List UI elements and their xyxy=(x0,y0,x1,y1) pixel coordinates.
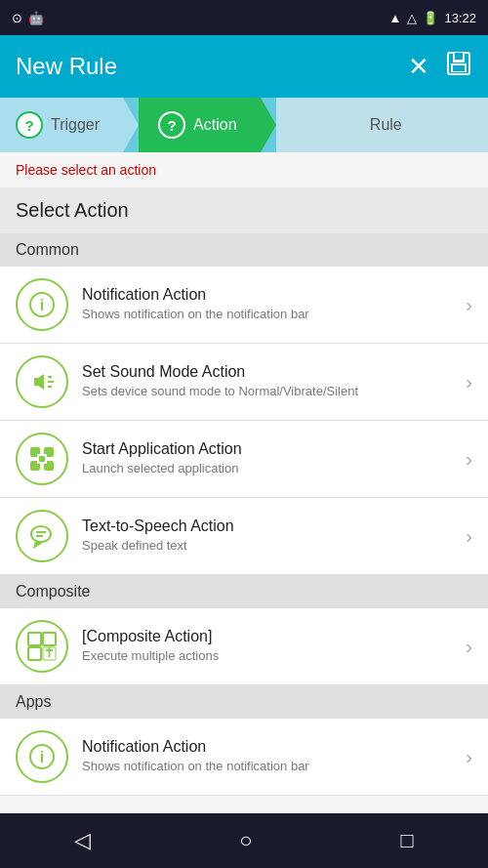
svg-rect-17 xyxy=(39,456,45,462)
tab-action[interactable]: ? Action xyxy=(139,98,260,152)
svg-marker-8 xyxy=(34,374,44,390)
apps-notification-icon: i xyxy=(16,730,68,783)
recents-button[interactable]: □ xyxy=(401,828,414,853)
composite-action-icon xyxy=(16,620,68,673)
wifi-icon: ▲ xyxy=(389,11,402,25)
list-item[interactable]: Text-to-Speech Action Speak defined text… xyxy=(0,498,488,575)
svg-rect-4 xyxy=(453,65,465,71)
list-item[interactable]: i Notification Action Shows notification… xyxy=(0,719,488,796)
section-header-apps: Apps xyxy=(0,685,488,719)
step-tabs: ? Trigger ? Action Rule xyxy=(0,98,488,152)
svg-rect-22 xyxy=(28,633,41,645)
list-item[interactable]: i Notification Action Shows notification… xyxy=(0,267,488,344)
error-message: Please select an action xyxy=(0,152,488,187)
tab-rule[interactable]: Rule xyxy=(276,98,488,152)
tab-trigger[interactable]: ? Trigger xyxy=(0,98,123,152)
content-area: Please select an action Select Action Co… xyxy=(0,152,488,813)
section-header-composite: Composite xyxy=(0,575,488,608)
list-item[interactable]: Start Application Action Launch selected… xyxy=(0,421,488,498)
section-common: Common i Notification Action Shows notif… xyxy=(0,233,488,575)
svg-rect-24 xyxy=(28,647,41,660)
app-title: New Rule xyxy=(16,53,117,80)
select-action-title: Select Action xyxy=(0,187,488,233)
svg-point-18 xyxy=(31,526,51,542)
chevron-right-icon: › xyxy=(466,746,472,768)
list-item[interactable]: [Composite Action] Execute multiple acti… xyxy=(0,608,488,685)
sound-mode-icon xyxy=(16,355,68,408)
chevron-right-icon: › xyxy=(466,294,472,316)
chevron-right-icon: › xyxy=(466,371,472,393)
time: 13:22 xyxy=(444,11,476,25)
chevron-right-icon: › xyxy=(466,525,472,548)
signal-icon: △ xyxy=(407,11,417,25)
bottom-nav: ◁ ○ □ xyxy=(0,813,488,868)
chevron-right-icon: › xyxy=(466,636,472,658)
svg-rect-23 xyxy=(43,633,56,645)
section-composite: Composite [Composite Action] Execute mul… xyxy=(0,575,488,685)
save-button[interactable] xyxy=(445,50,472,84)
svg-text:i: i xyxy=(40,749,44,765)
home-button[interactable]: ○ xyxy=(239,828,252,853)
svg-rect-3 xyxy=(455,53,463,60)
svg-text:i: i xyxy=(40,297,44,313)
clock-icon: ⊙ xyxy=(12,11,22,25)
battery-icon: 🔋 xyxy=(423,11,438,25)
list-item[interactable]: Set Sound Mode Action Sets device sound … xyxy=(0,344,488,421)
chevron-right-icon: › xyxy=(466,448,472,471)
section-header-common: Common xyxy=(0,233,488,267)
start-app-icon xyxy=(16,433,68,485)
app-bar: New Rule ✕ xyxy=(0,35,488,98)
back-button[interactable]: ◁ xyxy=(74,828,91,853)
section-apps: Apps i Notification Action Shows notific… xyxy=(0,685,488,796)
status-bar: ⊙ 🤖 ▲ △ 🔋 13:22 xyxy=(0,0,488,35)
android-icon: 🤖 xyxy=(28,11,44,25)
text-to-speech-icon xyxy=(16,510,68,562)
close-button[interactable]: ✕ xyxy=(408,52,429,82)
notification-icon: i xyxy=(16,278,68,331)
